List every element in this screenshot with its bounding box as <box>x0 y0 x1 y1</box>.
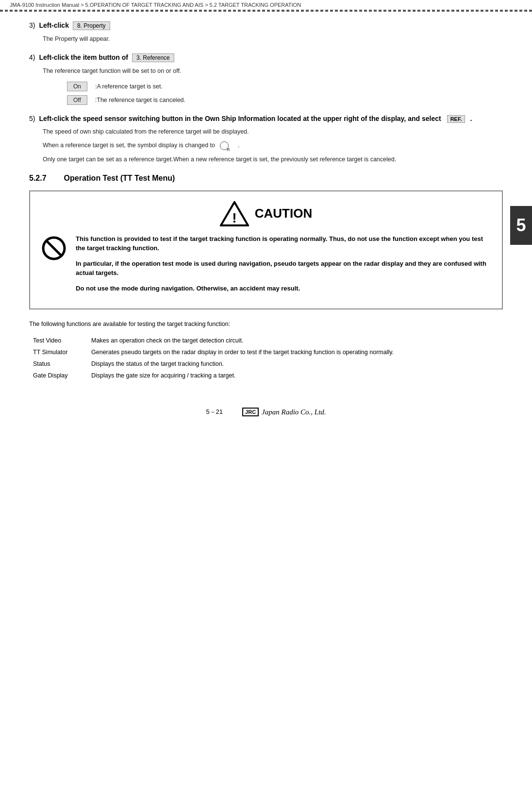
step-5: 5) Left-click the speed sensor switching… <box>29 115 503 164</box>
table-row: Gate DisplayDisplays the gate size for a… <box>29 370 503 381</box>
step-5-para1: The speed of own ship calculated from th… <box>43 127 503 137</box>
caution-triangle-icon: ! <box>220 201 249 226</box>
step-4-body: The reference target function will be se… <box>43 66 503 105</box>
step-5-para3: Only one target can be set as a referenc… <box>43 154 503 164</box>
step-3: 3) Left-click 8. Property The Property w… <box>29 21 503 44</box>
on-off-table: On :A reference target is set. Off :The … <box>67 82 503 105</box>
step-4-header: 4) Left-click the item button of 3. Refe… <box>29 53 503 62</box>
step-3-title: Left-click <box>39 21 68 29</box>
function-table: Test VideoMakes an operation check on th… <box>29 335 503 381</box>
section-indicator: 5 <box>510 206 532 245</box>
step-3-number: 3) <box>29 21 35 29</box>
jrc-logo: JRC Japan Radio Co., Ltd. <box>242 408 326 416</box>
function-description: Generates pseudo targets on the radar di… <box>87 346 503 358</box>
table-row: TT SimulatorGenerates pseudo targets on … <box>29 346 503 358</box>
dot: . <box>470 115 472 122</box>
step-5-number: 5) <box>29 115 35 122</box>
step-5-header: 5) Left-click the speed sensor switching… <box>29 115 503 123</box>
step-5-title: Left-click the speed sensor switching bu… <box>39 115 441 122</box>
step-5-body: The speed of own ship calculated from th… <box>43 127 503 164</box>
step-3-header: 3) Left-click 8. Property <box>29 21 503 30</box>
page-header: JMA-9100 Instruction Manual > 5.OPERATIO… <box>0 0 532 11</box>
off-button[interactable]: Off <box>67 95 87 105</box>
caution-para1: This function is provided to test if the… <box>76 234 490 253</box>
page-footer: 5－21 JRC Japan Radio Co., Ltd. <box>0 408 532 416</box>
step-4-text: The reference target function will be se… <box>43 66 503 76</box>
off-row: Off :The reference target is canceled. <box>67 95 503 105</box>
step-4-title: Left-click the item button of <box>39 53 128 61</box>
jrc-label: JRC <box>242 408 259 416</box>
step-3-text: The Property will appear. <box>43 34 503 44</box>
property-button[interactable]: 8. Property <box>73 21 110 30</box>
caution-title: CAUTION <box>255 206 312 221</box>
no-symbol-icon <box>42 236 66 260</box>
table-row: StatusDisplays the status of the target … <box>29 358 503 370</box>
caution-body: This function is provided to test if the… <box>42 234 490 299</box>
page-number: 5－21 <box>206 408 223 416</box>
on-row: On :A reference target is set. <box>67 82 503 91</box>
function-name: Status <box>29 358 87 370</box>
caution-box: ! CAUTION This function is provided to t… <box>29 190 503 310</box>
step-4-number: 4) <box>29 53 35 61</box>
caution-para3: Do not use the mode during navigation. O… <box>76 284 490 293</box>
intro-text: The following functions are available fo… <box>29 319 503 329</box>
function-description: Displays the status of the target tracki… <box>87 358 503 370</box>
reference-button[interactable]: 3. Reference <box>132 53 174 62</box>
circle-r-symbol: R <box>220 141 229 150</box>
company-name: Japan Radio Co., Ltd. <box>262 408 326 416</box>
svg-text:!: ! <box>232 210 236 225</box>
svg-line-3 <box>47 241 61 256</box>
section-527-header: 5.2.7 Operation Test (TT Test Menu) <box>29 174 503 183</box>
function-description: Displays the gate size for acquiring / t… <box>87 370 503 381</box>
header-text: JMA-9100 Instruction Manual > 5.OPERATIO… <box>10 2 301 8</box>
function-description: Makes an operation check on the target d… <box>87 335 503 346</box>
on-button[interactable]: On <box>67 82 87 91</box>
on-text: :A reference target is set. <box>95 83 163 90</box>
step-4: 4) Left-click the item button of 3. Refe… <box>29 53 503 105</box>
function-name: Test Video <box>29 335 87 346</box>
function-name: TT Simulator <box>29 346 87 358</box>
step-5-para2: When a reference target is set, the symb… <box>43 140 503 151</box>
caution-para2: In particular, if the operation test mod… <box>76 259 490 278</box>
ref-button[interactable]: REF. <box>447 115 466 123</box>
table-row: Test VideoMakes an operation check on th… <box>29 335 503 346</box>
caution-text-block: This function is provided to test if the… <box>76 234 490 299</box>
main-content: 5 3) Left-click 8. Property The Property… <box>0 12 532 426</box>
step-3-body: The Property will appear. <box>43 34 503 44</box>
function-name: Gate Display <box>29 370 87 381</box>
section-527-title: Operation Test (TT Test Menu) <box>64 174 175 183</box>
caution-header: ! CAUTION <box>42 201 490 226</box>
off-text: :The reference target is canceled. <box>95 97 185 103</box>
r-subscript: R <box>227 146 230 154</box>
section-527-number: 5.2.7 <box>29 174 47 183</box>
